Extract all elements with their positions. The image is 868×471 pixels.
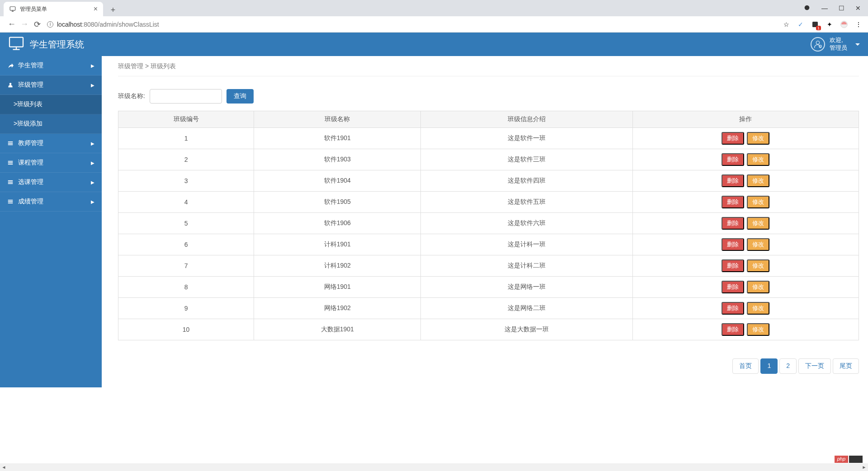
edit-button[interactable]: 修改 <box>747 323 769 336</box>
main-content: 班级管理 > 班级列表 班级名称: 查询 班级编号班级名称班级信息介绍操作 1 … <box>102 56 868 387</box>
app-logo: 学生管理系统 <box>8 35 84 54</box>
new-tab-button[interactable]: + <box>107 4 119 16</box>
svg-rect-21 <box>8 200 13 201</box>
user-greeting: 欢迎, 管理员 <box>830 37 847 52</box>
table-row: 5 软件1906 这是软件六班 删除 修改 <box>118 213 859 234</box>
cell-actions: 删除 修改 <box>632 234 859 255</box>
delete-button[interactable]: 删除 <box>722 323 744 336</box>
cell-id: 2 <box>118 149 254 170</box>
edit-button[interactable]: 修改 <box>747 259 769 272</box>
svg-rect-23 <box>8 203 13 203</box>
table-row: 1 软件1901 这是软件一班 删除 修改 <box>118 128 859 149</box>
breadcrumb-current: 班级列表 <box>151 62 176 70</box>
reload-button[interactable]: ⟳ <box>31 18 43 31</box>
chevron-right-icon: ▶ <box>91 83 94 88</box>
svg-rect-6 <box>9 37 23 47</box>
page-last[interactable]: 尾页 <box>833 358 859 374</box>
menu-icon[interactable]: ⋮ <box>854 20 863 28</box>
edit-button[interactable]: 修改 <box>747 302 769 315</box>
puzzle-icon[interactable]: ✦ <box>826 20 834 28</box>
sidebar-item[interactable]: 选课管理▶ <box>0 173 102 192</box>
monitor-icon <box>8 35 24 54</box>
cell-name: 计科1902 <box>254 255 421 277</box>
maximize-icon[interactable]: ☐ <box>839 5 844 12</box>
class-name-input[interactable] <box>150 89 222 104</box>
cell-desc: 这是计科一班 <box>421 234 632 255</box>
nav-label: 学生管理 <box>18 61 91 70</box>
sidebar-item[interactable]: 课程管理▶ <box>0 153 102 173</box>
cell-name: 大数据1901 <box>254 319 421 340</box>
cell-actions: 删除 修改 <box>632 170 859 192</box>
delete-button[interactable]: 删除 <box>722 132 744 145</box>
cell-desc: 这是软件四班 <box>421 170 632 192</box>
extension-icon[interactable]: 1 <box>811 20 819 28</box>
delete-button[interactable]: 删除 <box>722 217 744 230</box>
url-bar[interactable]: i localhost:8080/admin/showClassList <box>47 18 778 31</box>
class-table: 班级编号班级名称班级信息介绍操作 1 软件1901 这是软件一班 删除 修改 2… <box>118 111 859 340</box>
svg-rect-16 <box>8 162 13 163</box>
delete-button[interactable]: 删除 <box>722 238 744 251</box>
edit-button[interactable]: 修改 <box>747 132 769 145</box>
sidebar-item[interactable]: 班级管理▶ <box>0 75 102 95</box>
cell-id: 7 <box>118 255 254 277</box>
svg-rect-15 <box>8 161 13 162</box>
page-2[interactable]: 2 <box>779 358 797 374</box>
table-row: 2 软件1903 这是软件三班 删除 修改 <box>118 149 859 170</box>
close-icon[interactable]: × <box>94 5 98 13</box>
page-first[interactable]: 首页 <box>732 358 759 374</box>
svg-point-11 <box>9 83 12 85</box>
sidebar-sub-item[interactable]: >班级添加 <box>0 114 102 134</box>
sidebar-sub-item[interactable]: >班级列表 <box>0 95 102 114</box>
leaf-icon <box>7 62 14 69</box>
profile-icon[interactable] <box>840 20 848 28</box>
delete-button[interactable]: 删除 <box>722 153 744 166</box>
monitor-icon <box>9 5 16 13</box>
edit-button[interactable]: 修改 <box>747 196 769 208</box>
delete-button[interactable]: 删除 <box>722 302 744 315</box>
cell-desc: 这是软件一班 <box>421 128 632 149</box>
close-window-icon[interactable]: ✕ <box>855 5 861 12</box>
cell-actions: 删除 修改 <box>632 128 859 149</box>
user-menu[interactable]: 欢迎, 管理员 <box>811 37 860 52</box>
nav-label: 班级管理 <box>18 81 91 89</box>
cell-actions: 删除 修改 <box>632 255 859 277</box>
edit-button[interactable]: 修改 <box>747 281 769 293</box>
delete-button[interactable]: 删除 <box>722 259 744 272</box>
list-icon <box>7 198 14 205</box>
search-button[interactable]: 查询 <box>226 89 254 104</box>
edit-button[interactable]: 修改 <box>747 153 769 166</box>
delete-button[interactable]: 删除 <box>722 281 744 293</box>
cell-name: 计科1901 <box>254 234 421 255</box>
delete-button[interactable]: 删除 <box>722 174 744 187</box>
cell-name: 软件1904 <box>254 170 421 192</box>
bird-icon[interactable]: ✓ <box>797 20 805 28</box>
delete-button[interactable]: 删除 <box>722 196 744 208</box>
page-next[interactable]: 下一页 <box>798 358 831 374</box>
table-row: 9 网络1902 这是网络二班 删除 修改 <box>118 298 859 319</box>
cell-name: 网络1901 <box>254 277 421 298</box>
breadcrumb-parent[interactable]: 班级管理 <box>118 62 143 70</box>
star-icon[interactable]: ☆ <box>782 20 790 28</box>
sidebar-item[interactable]: 教师管理▶ <box>0 134 102 153</box>
info-icon[interactable]: i <box>47 21 53 28</box>
url-path: /admin/showClassList <box>98 21 159 28</box>
back-button[interactable]: ← <box>5 18 18 31</box>
sidebar-item[interactable]: 成绩管理▶ <box>0 192 102 212</box>
cell-desc: 这是大数据一班 <box>421 319 632 340</box>
browser-tab[interactable]: 管理员菜单 × <box>4 2 103 16</box>
edit-button[interactable]: 修改 <box>747 217 769 230</box>
svg-rect-18 <box>8 180 13 181</box>
edit-button[interactable]: 修改 <box>747 174 769 187</box>
cell-desc: 这是软件六班 <box>421 213 632 234</box>
forward-button[interactable]: → <box>18 18 31 31</box>
cell-desc: 这是网络一班 <box>421 277 632 298</box>
edit-button[interactable]: 修改 <box>747 238 769 251</box>
minimize-icon[interactable]: — <box>821 5 828 12</box>
page-1[interactable]: 1 <box>760 358 778 374</box>
sidebar-item[interactable]: 学生管理▶ <box>0 56 102 75</box>
url-host: localhost <box>57 21 82 28</box>
circle-icon[interactable] <box>803 4 811 13</box>
cell-id: 5 <box>118 213 254 234</box>
cell-actions: 删除 修改 <box>632 192 859 213</box>
svg-rect-17 <box>8 164 13 165</box>
